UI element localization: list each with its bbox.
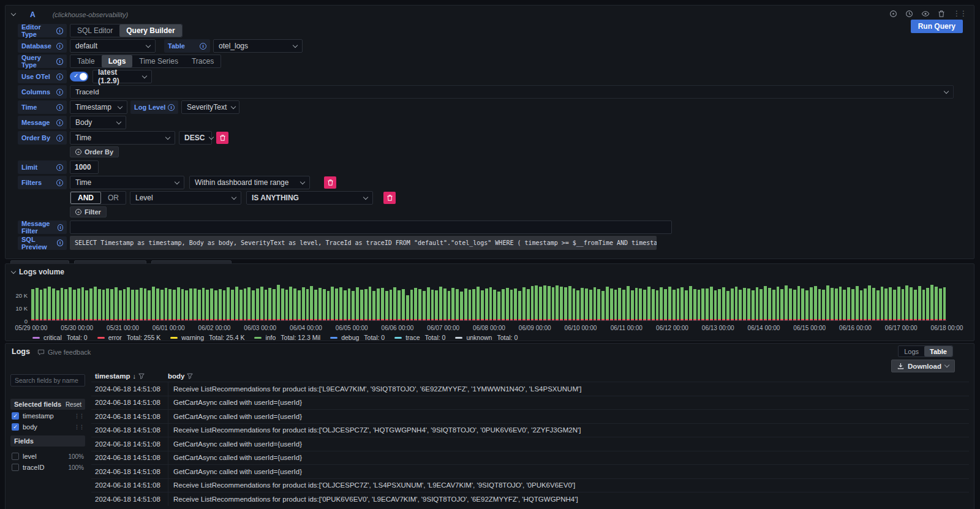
remove-query-icon[interactable] (938, 10, 945, 18)
remove-filter1-button[interactable] (324, 176, 336, 189)
collapse-query-icon[interactable] (11, 11, 16, 16)
logs-volume-chart[interactable] (31, 283, 947, 321)
filter2-operator-select[interactable]: IS ANYTHING (246, 191, 373, 205)
field-checkbox[interactable] (12, 464, 19, 471)
volume-bar (206, 290, 209, 320)
info-icon[interactable]: i (56, 74, 63, 80)
x-axis-tick: 06/07 00:00 (427, 325, 459, 331)
filter-logic-group: AND OR (70, 191, 126, 205)
legend-item-error[interactable]: errorTotal: 255 K (97, 334, 161, 341)
limit-input[interactable] (70, 160, 99, 174)
filter-funnel-icon[interactable] (138, 373, 145, 379)
time-column-select[interactable]: Timestamp (70, 100, 127, 114)
sort-desc-icon[interactable]: ↓ (133, 372, 137, 380)
legend-color-swatch (394, 337, 402, 339)
info-icon[interactable]: i (58, 224, 63, 231)
body-column-header[interactable]: body (168, 372, 184, 380)
drag-query-handle[interactable]: ⋮⋮ (953, 9, 967, 18)
logs-volume-header[interactable]: Logs volume (6, 264, 974, 276)
filter2-field-select[interactable]: Level (130, 191, 241, 205)
columns-label: Columnsi (18, 85, 67, 99)
table-row[interactable]: 2024-06-18 14:51:08Receive ListRecommend… (91, 382, 969, 396)
legend-item-debug[interactable]: debugTotal: 0 (330, 334, 385, 341)
message-column-select[interactable]: Body (70, 116, 126, 129)
reset-fields-button[interactable]: Reset (66, 401, 81, 408)
editor-type-sql-editor[interactable]: SQL Editor (70, 25, 119, 37)
add-order-by-button[interactable]: +Order By (70, 146, 119, 157)
duplicate-query-icon[interactable] (889, 10, 897, 18)
table-row[interactable]: 2024-06-18 14:51:08GetCartAsync called w… (91, 437, 969, 451)
table-row[interactable]: 2024-06-18 14:51:08Receive ListRecommend… (91, 478, 969, 492)
info-icon[interactable]: i (56, 43, 63, 50)
query-type-time-series[interactable]: Time Series (132, 55, 185, 67)
filter-logic-and[interactable]: AND (70, 192, 101, 204)
columns-multiselect[interactable]: TraceId (70, 85, 954, 99)
info-icon[interactable]: i (56, 28, 63, 34)
info-icon[interactable]: i (168, 104, 175, 111)
info-icon[interactable]: i (56, 179, 63, 186)
chevron-down-icon (293, 42, 298, 47)
field-checkbox[interactable] (12, 453, 19, 460)
info-icon[interactable]: i (56, 164, 63, 171)
table-row[interactable]: 2024-06-18 14:51:08GetCartAsync called w… (91, 451, 969, 465)
remove-filter2-button[interactable] (383, 192, 396, 204)
volume-bar (281, 288, 284, 321)
query-type-logs[interactable]: Logs (102, 55, 133, 67)
search-fields-input[interactable] (10, 374, 85, 386)
table-select[interactable]: otel_logs (213, 39, 303, 53)
info-icon[interactable]: i (56, 104, 63, 111)
info-icon[interactable]: i (57, 239, 63, 246)
legend-item-info[interactable]: infoTotal: 12.3 Mil (254, 334, 320, 341)
editor-type-query-builder[interactable]: Query Builder (119, 25, 181, 37)
hide-response-icon[interactable] (921, 10, 930, 18)
info-icon[interactable]: i (56, 135, 63, 141)
give-feedback-link[interactable]: Give feedback (37, 349, 91, 356)
table-row[interactable]: 2024-06-18 14:51:08GetCartAsync called w… (91, 464, 969, 478)
volume-bar (256, 288, 259, 320)
table-row[interactable]: 2024-06-18 14:51:08GetCartAsync called w… (91, 409, 969, 423)
info-icon[interactable]: i (200, 43, 206, 50)
add-filter-button[interactable]: +Filter (70, 206, 107, 217)
query-type-traces[interactable]: Traces (185, 55, 221, 67)
legend-item-warning[interactable]: warningTotal: 25.4 K (170, 334, 244, 341)
filter1-operator-select[interactable]: Within dashboard time range (189, 176, 310, 189)
query-type-table[interactable]: Table (70, 55, 102, 67)
drag-handle[interactable]: ⋮⋮ (74, 413, 84, 419)
field-checkbox[interactable]: ✓ (12, 412, 19, 420)
table-row[interactable]: 2024-06-18 14:51:08Receive ListRecommend… (91, 423, 969, 437)
info-icon[interactable]: i (56, 58, 63, 65)
use-otel-label: Use OTeli (18, 70, 67, 83)
message-filter-input[interactable] (70, 221, 672, 234)
log-level-select[interactable]: SeverityText (181, 100, 239, 114)
filter-funnel-icon[interactable] (187, 373, 193, 379)
volume-bar (64, 289, 67, 320)
use-otel-toggle[interactable]: ✓ (70, 72, 88, 81)
volume-bar (614, 290, 617, 320)
field-checkbox[interactable]: ✓ (12, 423, 19, 431)
view-logs-option[interactable]: Logs (899, 346, 924, 356)
collapse-volume-icon[interactable] (11, 268, 16, 273)
volume-bar (456, 289, 459, 320)
table-row[interactable]: 2024-06-18 14:51:08GetCartAsync called w… (91, 396, 969, 410)
info-icon[interactable]: i (56, 89, 63, 96)
legend-item-trace[interactable]: traceTotal: 0 (394, 334, 445, 341)
remove-order-by-button[interactable] (216, 132, 228, 144)
legend-item-critical[interactable]: criticalTotal: 0 (32, 334, 88, 341)
timestamp-column-header[interactable]: timestamp (95, 372, 130, 380)
order-by-direction-select[interactable]: DESC (179, 131, 212, 145)
legend-item-unknown[interactable]: unknownTotal: 0 (455, 334, 518, 341)
drag-handle[interactable]: ⋮⋮ (74, 424, 84, 430)
volume-bar (247, 287, 251, 320)
order-by-field-select[interactable]: Time (70, 131, 175, 145)
table-row[interactable]: 2024-06-18 14:51:08Receive ListRecommend… (91, 492, 969, 506)
query-history-icon[interactable] (905, 10, 913, 18)
filter1-field-select[interactable]: Time (70, 176, 184, 189)
database-select[interactable]: default (70, 39, 156, 53)
view-table-option[interactable]: Table (924, 346, 952, 356)
otel-version-select[interactable]: latest (1.2.9) (92, 70, 152, 83)
volume-bar (548, 286, 551, 320)
volume-bar (344, 290, 347, 320)
run-query-button[interactable]: Run Query (911, 20, 963, 33)
info-icon[interactable]: i (56, 119, 63, 126)
filter-logic-or[interactable]: OR (101, 192, 126, 204)
